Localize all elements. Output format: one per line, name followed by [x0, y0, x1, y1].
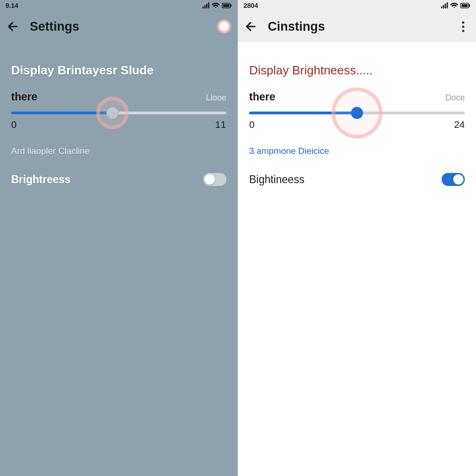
svg-rect-5: [469, 4, 470, 7]
toggle-row: Bightineess: [249, 173, 465, 186]
right-pane: 2804 Cinstings Display Brightneess..... …: [238, 0, 476, 476]
toggle-label: Brightreess: [11, 173, 71, 186]
page-title: Settings: [30, 20, 207, 34]
brightness-slider[interactable]: [11, 112, 226, 114]
toggle-knob: [453, 174, 463, 185]
section-title: Display Brintayesr Slude: [11, 63, 226, 78]
toggle-label: Bightineess: [249, 173, 304, 186]
content-area: Display Brintayesr Slude there Llooe 0 1…: [0, 42, 238, 196]
wifi-icon: [212, 2, 220, 9]
page-title: Cinstings: [268, 20, 446, 34]
slider-label-left: there: [11, 91, 37, 103]
brightness-toggle[interactable]: [442, 173, 465, 186]
back-arrow-icon[interactable]: [7, 20, 20, 33]
slider-knob: [351, 107, 363, 119]
slider-touch-ring: [96, 97, 129, 129]
svg-rect-4: [462, 4, 468, 7]
slider-knob: [106, 107, 119, 119]
slider-thumb[interactable]: [96, 97, 129, 129]
header: Cinstings: [238, 11, 476, 42]
wifi-icon: [450, 2, 458, 9]
slider-thumb[interactable]: [331, 87, 383, 139]
status-bar: 9.14: [0, 0, 238, 11]
svg-rect-2: [231, 4, 231, 7]
status-icons: [202, 2, 232, 9]
status-time: 9.14: [6, 2, 18, 9]
signal-icon: [202, 2, 210, 9]
signal-icon: [441, 2, 448, 9]
slider-label-left: there: [249, 91, 275, 103]
slider-touch-ring: [331, 87, 383, 139]
slider-label-right: Llooe: [206, 93, 226, 103]
status-bar: 2804: [238, 0, 476, 11]
slider-min: 0: [11, 119, 17, 130]
slider-max: 24: [454, 119, 465, 130]
status-icons: [441, 2, 470, 9]
toggle-row: Brightreess: [11, 173, 226, 186]
slider-label-right: Doce: [445, 93, 465, 103]
svg-rect-1: [223, 4, 229, 7]
section-title: Display Brightneess.....: [249, 63, 465, 78]
slider-min: 0: [249, 119, 255, 130]
slider-max: 11: [215, 119, 226, 130]
back-arrow-icon[interactable]: [245, 20, 258, 33]
more-menu-icon[interactable]: [456, 20, 469, 33]
left-pane: 9.14 Settings Display Brintayesr Slude t…: [0, 0, 238, 476]
header: Settings: [0, 11, 238, 42]
content-area: Display Brightneess..... there Doce 0 24…: [238, 42, 476, 196]
slider-subtext: 3 ampmone Dieicice: [249, 146, 465, 156]
avatar[interactable]: [217, 20, 231, 33]
battery-icon: [222, 3, 232, 8]
battery-icon: [460, 3, 470, 8]
brightness-slider[interactable]: [249, 112, 465, 114]
brightness-toggle[interactable]: [203, 173, 226, 186]
slider-subtext: Ard liaopler Clacline: [11, 146, 226, 156]
toggle-knob: [205, 174, 215, 185]
status-time: 2804: [244, 2, 258, 9]
